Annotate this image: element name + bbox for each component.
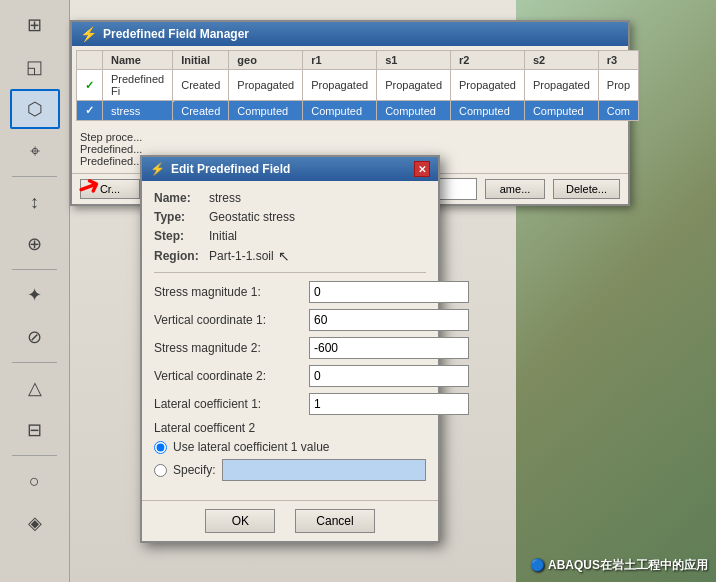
- stress-mag2-row: Stress magnitude 2:: [154, 337, 426, 359]
- row1-r2: Propagated: [451, 70, 525, 101]
- stress-mag1-row: Stress magnitude 1:: [154, 281, 426, 303]
- plus-icon: ⊕: [27, 233, 42, 255]
- toolbar-btn-plus[interactable]: ⊕: [10, 224, 60, 264]
- col-header-s2: s2: [524, 51, 598, 70]
- vert-coord2-input[interactable]: [309, 365, 469, 387]
- toolbar-btn-coord[interactable]: ○: [10, 461, 60, 501]
- radio-specify[interactable]: [154, 464, 167, 477]
- row1-r3: Prop: [598, 70, 638, 101]
- radio-row-2: Specify:: [154, 459, 426, 481]
- row1-name: Predefined Fi: [103, 70, 173, 101]
- row2-geo: Computed: [229, 101, 303, 121]
- toolbar-btn-arrows[interactable]: ↕: [10, 182, 60, 222]
- radio-row-1: Use lateral coefficient 1 value: [154, 440, 426, 454]
- row1-check: ✓: [77, 70, 103, 101]
- vert-coord2-label: Vertical coordinate 2:: [154, 369, 309, 383]
- edit-dialog: ⚡ Edit Predefined Field ✕ Name: stress T…: [140, 155, 440, 543]
- name-label: Name:: [154, 191, 209, 205]
- row1-s1: Propagated: [377, 70, 451, 101]
- col-header-r1: r1: [303, 51, 377, 70]
- edit-content: Name: stress Type: Geostatic stress Step…: [142, 181, 438, 496]
- col-header-check: [77, 51, 103, 70]
- step-value: Initial: [209, 229, 237, 243]
- row1-geo: Propagated: [229, 70, 303, 101]
- toolbar-divider-4: [12, 455, 57, 456]
- cursor-icon: ↖: [278, 248, 290, 264]
- row2-r2: Computed: [451, 101, 525, 121]
- row2-name: stress: [103, 101, 173, 121]
- lateral-coeff1-input[interactable]: [309, 393, 469, 415]
- delete-button[interactable]: Delete...: [553, 179, 620, 199]
- pfm-table: Name Initial geo r1 s1 r2 s2 r3 ✓ Predef…: [76, 50, 639, 121]
- vert-coord2-row: Vertical coordinate 2:: [154, 365, 426, 387]
- toolbar-btn-diamond[interactable]: ◈: [10, 503, 60, 543]
- radio-use-lateral[interactable]: [154, 441, 167, 454]
- divider-1: [154, 272, 426, 273]
- vert-coord1-label: Vertical coordinate 1:: [154, 313, 309, 327]
- left-toolbar: ⊞ ◱ ⬡ ⌖ ↕ ⊕ ✦ ⊘ △ ⊟ ○ ◈: [0, 0, 70, 582]
- toolbar-btn-grid[interactable]: ⊞: [10, 5, 60, 45]
- dialog-buttons: OK Cancel: [142, 500, 438, 541]
- type-value: Geostatic stress: [209, 210, 295, 224]
- toolbar-btn-module[interactable]: ⬡: [10, 89, 60, 129]
- col-header-s1: s1: [377, 51, 451, 70]
- edit-title: Edit Predefined Field: [171, 162, 290, 176]
- pfm-titlebar: ⚡ Predefined Field Manager: [72, 22, 628, 46]
- lateral-section: Lateral coefficent 2 Use lateral coeffic…: [154, 421, 426, 481]
- name-row: Name: stress: [154, 191, 426, 205]
- step-row: Step: Initial: [154, 229, 426, 243]
- toolbar-btn-circle[interactable]: ⊘: [10, 317, 60, 357]
- toolbar-divider-3: [12, 362, 57, 363]
- lateral-coeff1-label: Lateral coefficient 1:: [154, 397, 309, 411]
- row2-check: ✓: [77, 101, 103, 121]
- col-header-r3: r3: [598, 51, 638, 70]
- vert-coord1-row: Vertical coordinate 1:: [154, 309, 426, 331]
- col-header-geo: geo: [229, 51, 303, 70]
- pfm-content: Name Initial geo r1 s1 r2 s2 r3 ✓ Predef…: [72, 46, 628, 125]
- toolbar-btn-minus[interactable]: ⊟: [10, 410, 60, 450]
- check-mark-2: ✓: [85, 104, 94, 116]
- row2-s2: Computed: [524, 101, 598, 121]
- row1-initial: Created: [173, 70, 229, 101]
- diamond-icon: ◈: [28, 512, 42, 534]
- vert-coord1-input[interactable]: [309, 309, 469, 331]
- specify-input[interactable]: [222, 459, 426, 481]
- radio-specify-label: Specify:: [173, 463, 216, 477]
- ok-button[interactable]: OK: [205, 509, 275, 533]
- stress-mag2-input[interactable]: [309, 337, 469, 359]
- pfm-title-icon: ⚡: [80, 26, 97, 42]
- toolbar-btn-triangle[interactable]: △: [10, 368, 60, 408]
- cancel-button[interactable]: Cancel: [295, 509, 374, 533]
- watermark: 🔵 ABAQUS在岩土工程中的应用: [530, 557, 708, 574]
- close-button[interactable]: ✕: [414, 161, 430, 177]
- table-row[interactable]: ✓ stress Created Computed Computed Compu…: [77, 101, 639, 121]
- type-row: Type: Geostatic stress: [154, 210, 426, 224]
- predefined-label1: Predefined...: [80, 143, 620, 155]
- type-label: Type:: [154, 210, 209, 224]
- grid-icon: ⊞: [27, 14, 42, 36]
- frame-icon: ◱: [26, 56, 43, 78]
- row2-r3: Com: [598, 101, 638, 121]
- star-icon: ✦: [27, 284, 42, 306]
- coord-icon: ○: [29, 471, 40, 492]
- row2-s1: Computed: [377, 101, 451, 121]
- toolbar-btn-target[interactable]: ⌖: [10, 131, 60, 171]
- edit-titlebar: ⚡ Edit Predefined Field ✕: [142, 157, 438, 181]
- lateral-coeff2-title: Lateral coefficent 2: [154, 421, 426, 435]
- name-value: stress: [209, 191, 241, 205]
- lateral-coeff1-row: Lateral coefficient 1:: [154, 393, 426, 415]
- toolbar-btn-star[interactable]: ✦: [10, 275, 60, 315]
- col-header-initial: Initial: [173, 51, 229, 70]
- arrows-icon: ↕: [30, 192, 39, 213]
- toolbar-divider-1: [12, 176, 57, 177]
- stress-mag1-input[interactable]: [309, 281, 469, 303]
- table-row[interactable]: ✓ Predefined Fi Created Propagated Propa…: [77, 70, 639, 101]
- check-mark-1: ✓: [85, 79, 94, 91]
- row2-r1: Computed: [303, 101, 377, 121]
- region-label: Region:: [154, 249, 209, 263]
- region-row: Region: Part-1-1.soil ↖: [154, 248, 426, 264]
- minus-icon: ⊟: [27, 419, 42, 441]
- toolbar-btn-frame[interactable]: ◱: [10, 47, 60, 87]
- name-button[interactable]: ame...: [485, 179, 545, 199]
- circle-icon: ⊘: [27, 326, 42, 348]
